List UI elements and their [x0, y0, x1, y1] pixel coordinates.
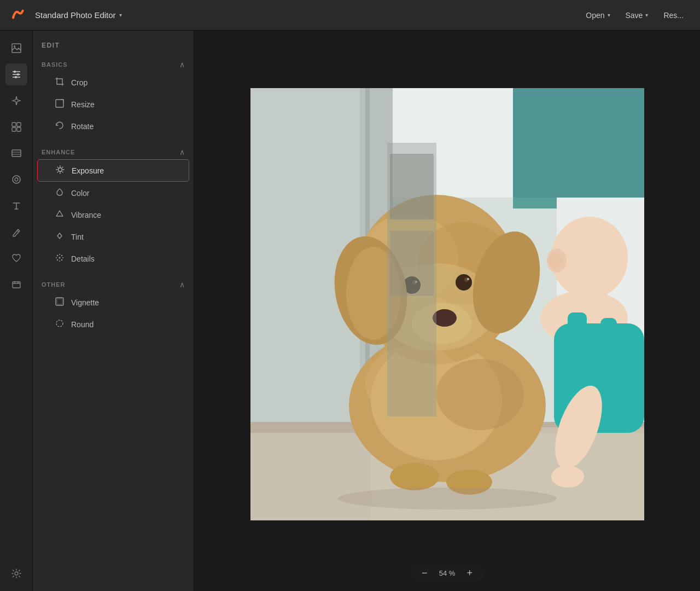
sidebar-item-crop[interactable]: Crop: [37, 72, 189, 93]
svg-rect-89: [390, 154, 434, 219]
svg-rect-83: [568, 312, 587, 340]
app-title: Standard Photo Editor: [35, 10, 116, 20]
svg-point-7: [17, 73, 19, 76]
sidebar-item-vibrance[interactable]: Vibrance: [37, 204, 189, 225]
svg-rect-20: [13, 282, 20, 288]
color-label: Color: [71, 189, 89, 198]
sidebar: EDIT BASICS ∧ Crop Resize: [33, 31, 194, 591]
settings-icon-btn[interactable]: [5, 563, 27, 584]
enhance-label: ENHANCE: [42, 149, 75, 155]
photo-container: [250, 88, 644, 523]
sidebar-item-details[interactable]: Details: [37, 248, 189, 269]
rotate-icon: [55, 121, 65, 131]
svg-rect-13: [12, 150, 21, 157]
svg-rect-12: [17, 128, 21, 131]
svg-point-46: [56, 320, 63, 327]
grid-icon-btn[interactable]: [5, 116, 27, 138]
svg-point-36: [57, 255, 58, 256]
color-icon: [55, 188, 65, 198]
rotate-label: Rotate: [71, 122, 94, 131]
zoom-out-button[interactable]: −: [419, 568, 430, 578]
draw-icon-btn[interactable]: [5, 221, 27, 243]
svg-point-71: [467, 278, 469, 280]
svg-point-40: [59, 254, 60, 255]
details-label: Details: [71, 254, 95, 263]
other-section-header: OTHER ∧: [33, 276, 194, 291]
image-icon-btn[interactable]: [5, 37, 27, 59]
svg-point-35: [59, 257, 61, 259]
svg-rect-9: [12, 123, 16, 126]
zoom-bar: − 54 % +: [410, 565, 485, 581]
app-title-dropdown[interactable]: Standard Photo Editor ▾: [35, 10, 122, 20]
text-icon-btn[interactable]: [5, 195, 27, 217]
vignette-icon: [55, 297, 65, 308]
heart-icon-btn[interactable]: [5, 247, 27, 269]
svg-point-17: [15, 178, 18, 181]
enhance-section-header: ENHANCE ∧: [33, 143, 194, 159]
details-icon: [55, 253, 65, 264]
canvas-area: − 54 % +: [194, 31, 700, 591]
save-chevron-icon: ▾: [645, 12, 648, 18]
exposure-icon: [55, 165, 65, 176]
enhance-collapse-btn[interactable]: ∧: [179, 148, 185, 157]
svg-point-8: [15, 76, 17, 78]
basics-collapse-btn[interactable]: ∧: [179, 60, 185, 69]
svg-point-77: [390, 463, 439, 490]
svg-rect-25: [56, 100, 63, 107]
sidebar-item-rotate[interactable]: Rotate: [37, 115, 189, 137]
open-button[interactable]: Open ▾: [578, 8, 617, 23]
photo-canvas: [250, 88, 644, 520]
svg-rect-45: [57, 299, 62, 304]
other-label: OTHER: [42, 281, 66, 288]
edit-section-label: EDIT: [33, 39, 194, 56]
svg-point-43: [62, 257, 63, 258]
svg-point-86: [551, 466, 584, 488]
sidebar-item-round[interactable]: Round: [37, 314, 189, 335]
svg-rect-10: [17, 123, 21, 126]
svg-line-31: [57, 167, 58, 167]
svg-rect-50: [513, 88, 644, 198]
svg-point-38: [57, 259, 58, 260]
topbar: Standard Photo Editor ▾ Open ▾ Save ▾ Re…: [0, 0, 700, 31]
sidebar-item-tint[interactable]: Tint: [37, 226, 189, 247]
tint-label: Tint: [71, 233, 84, 241]
svg-point-6: [14, 71, 16, 73]
svg-line-34: [57, 172, 58, 172]
vibrance-label: Vibrance: [71, 211, 101, 219]
svg-point-2: [14, 45, 15, 47]
svg-point-37: [61, 255, 62, 256]
save-button[interactable]: Save ▾: [618, 8, 656, 23]
sidebar-item-color[interactable]: Color: [37, 182, 189, 204]
svg-rect-90: [390, 230, 434, 296]
open-chevron-icon: ▾: [608, 12, 610, 18]
basics-label: BASICS: [42, 61, 68, 68]
stickers-icon-btn[interactable]: [5, 274, 27, 296]
reset-button[interactable]: Res...: [656, 8, 691, 23]
app-logo: [9, 5, 35, 25]
zoom-value: 54 %: [438, 569, 457, 577]
svg-point-87: [549, 252, 562, 269]
magic-icon-btn[interactable]: [5, 90, 27, 112]
svg-point-76: [436, 359, 524, 430]
sidebar-item-exposure[interactable]: Exposure: [37, 159, 189, 182]
tint-icon: [55, 231, 65, 242]
zoom-in-button[interactable]: +: [465, 568, 475, 578]
vignette-label: Vignette: [71, 298, 99, 307]
panel-icon-btn[interactable]: [5, 142, 27, 164]
svg-point-42: [56, 257, 57, 258]
sidebar-item-resize[interactable]: Resize: [37, 94, 189, 115]
other-collapse-btn[interactable]: ∧: [179, 280, 185, 289]
resize-label: Resize: [71, 100, 95, 109]
round-label: Round: [71, 320, 94, 329]
sidebar-item-vignette[interactable]: Vignette: [37, 292, 189, 313]
svg-rect-84: [600, 318, 617, 340]
svg-point-39: [61, 259, 62, 260]
camera-icon-btn[interactable]: [5, 169, 27, 190]
exposure-label: Exposure: [72, 166, 104, 175]
svg-point-41: [59, 260, 60, 262]
crop-icon: [55, 77, 65, 88]
sliders-icon-btn[interactable]: [5, 63, 27, 85]
svg-point-24: [15, 572, 18, 575]
title-chevron-icon: ▾: [119, 12, 122, 18]
svg-point-0: [10, 6, 26, 22]
